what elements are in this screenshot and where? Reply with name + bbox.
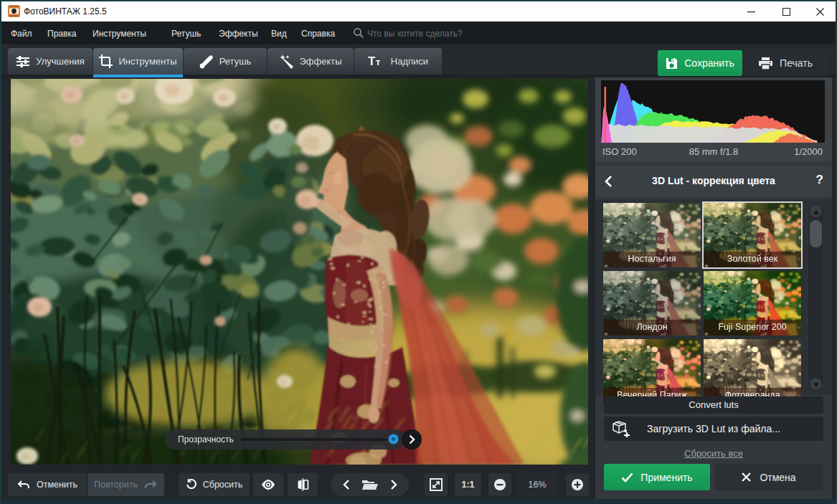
svg-text:T: T: [368, 55, 376, 67]
svg-text:т: т: [376, 57, 380, 67]
